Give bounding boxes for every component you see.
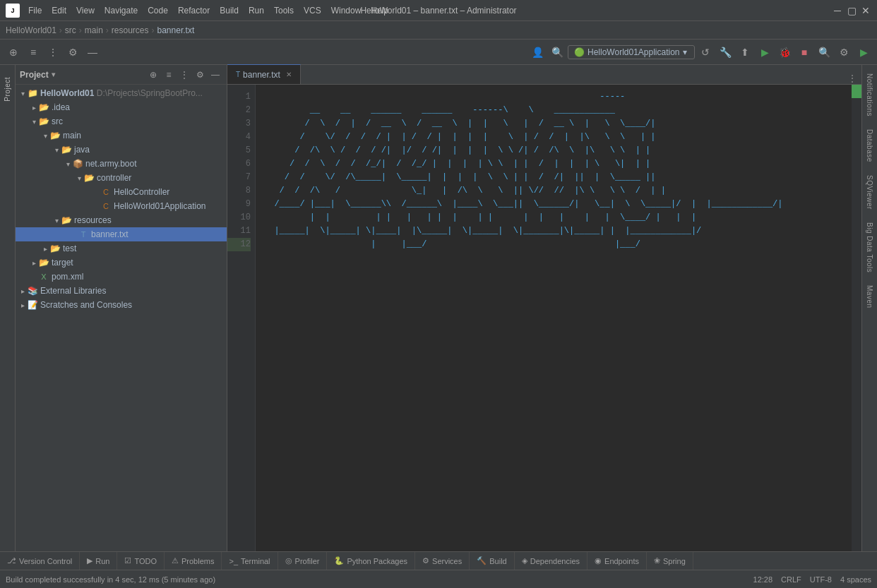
tree-item-pom[interactable]: X pom.xml: [16, 270, 227, 284]
ext-lib-icon: 📚: [27, 285, 38, 296]
tree-item-src[interactable]: ▾ 📂 src: [16, 114, 227, 128]
scratches-icon: 📝: [27, 299, 38, 311]
toolbar-search-everywhere-btn[interactable]: 🔍: [548, 43, 566, 61]
toolbar-sync-btn[interactable]: ⊕: [4, 43, 23, 61]
toolbar-run-btn[interactable]: ▶: [756, 43, 774, 61]
folder-icon: 📂: [38, 116, 49, 127]
crumb-file[interactable]: banner.txt: [157, 25, 195, 35]
menu-code[interactable]: Code: [143, 4, 172, 17]
status-message: Build completed successfully in 4 sec, 1…: [6, 575, 215, 584]
xml-file-icon: X: [38, 271, 49, 282]
tab-banner[interactable]: T banner.txt ✕: [227, 64, 301, 84]
tree-arrow: ▸: [18, 301, 27, 309]
tree-item-test[interactable]: ▸ 📂 test: [16, 241, 227, 256]
toolbar-list-btn[interactable]: ≡: [24, 43, 42, 61]
crumb-resources[interactable]: resources: [112, 25, 149, 35]
menu-tools[interactable]: Tools: [270, 4, 298, 17]
toolbar-close-btn[interactable]: —: [83, 43, 102, 61]
sidebar-notifications[interactable]: Notifications: [866, 68, 873, 122]
code-editor[interactable]: ----- __ __ ______ ______ ------\ \ ____…: [256, 85, 852, 551]
run-icon: ▶: [87, 556, 93, 565]
panel-tools: ⊕ ≡ ⋮ ⚙ —: [146, 68, 222, 82]
panel-settings-btn[interactable]: ⚙: [193, 68, 207, 82]
bottom-tab-build[interactable]: 🔨 Build: [470, 552, 514, 570]
tree-item-banner[interactable]: T banner.txt: [16, 227, 227, 241]
bottom-tab-problems[interactable]: ⚠ Problems: [165, 552, 222, 570]
bottom-tab-profiler[interactable]: ◎ Profiler: [278, 552, 328, 570]
toolbar-reload-btn[interactable]: ↺: [696, 43, 715, 61]
sidebar-database[interactable]: Database: [866, 124, 873, 168]
bottom-tab-vcs[interactable]: ⎇ Version Control: [0, 552, 80, 570]
toolbar-right: 👤 🔍 🟢 HelloWorld01Application ▾ ↺ 🔧 ⬆ ▶ …: [528, 43, 873, 61]
bottom-tab-terminal-label: Terminal: [241, 557, 270, 565]
tree-item-target[interactable]: ▸ 📂 target: [16, 256, 227, 270]
menu-navigate[interactable]: Navigate: [100, 4, 142, 17]
toolbar-settings-btn[interactable]: ⚙: [64, 43, 82, 61]
menu-window[interactable]: Window: [327, 4, 366, 17]
window-title: HelloWorld01 – banner.txt – Administrato…: [360, 6, 516, 16]
problems-icon: ⚠: [172, 556, 179, 565]
tree-item-main[interactable]: ▾ 📂 main: [16, 128, 227, 143]
menu-view[interactable]: View: [72, 4, 99, 17]
bottom-tab-endpoints[interactable]: ◉ Endpoints: [587, 552, 647, 570]
toolbar-more-btn[interactable]: ⋮: [44, 43, 62, 61]
panel-locate-btn[interactable]: ⊕: [146, 68, 160, 82]
bottom-tab-services[interactable]: ⚙ Services: [415, 552, 470, 570]
status-encoding[interactable]: UTF-8: [810, 575, 832, 584]
tree-item-idea[interactable]: ▸ 📂 .idea: [16, 100, 227, 114]
status-indent[interactable]: 4 spaces: [840, 575, 871, 584]
project-panel-toggle[interactable]: Project: [1, 68, 14, 110]
sidebar-maven[interactable]: Maven: [866, 280, 873, 314]
bottom-tab-spring[interactable]: ❀ Spring: [647, 552, 693, 570]
toolbar-debug-btn[interactable]: 🐞: [775, 43, 794, 61]
menu-build[interactable]: Build: [215, 4, 243, 17]
tree-item-helloworld01[interactable]: ▾ 📁 HelloWorld01 D:\Projects\SpringBootP…: [16, 86, 227, 100]
panel-sort-btn[interactable]: ⋮: [177, 68, 191, 82]
editor-gutter-right: [852, 85, 861, 551]
toolbar-user-btn[interactable]: 👤: [528, 43, 547, 61]
toolbar-plugins-btn[interactable]: ▶: [854, 43, 873, 61]
menu-run[interactable]: Run: [244, 4, 268, 17]
bottom-tab-dependencies[interactable]: ◈ Dependencies: [515, 552, 587, 570]
bottom-tab-terminal[interactable]: >_ Terminal: [222, 552, 278, 570]
toolbar-find-btn[interactable]: 🔍: [815, 43, 833, 61]
menu-vcs[interactable]: VCS: [299, 4, 326, 17]
crumb-project[interactable]: HelloWorld01: [6, 25, 56, 35]
tree-item-controller[interactable]: ▾ 📂 controller: [16, 171, 227, 185]
maximize-button[interactable]: ▢: [846, 5, 857, 16]
left-strip: Project: [0, 65, 16, 551]
tree-item-package[interactable]: ▾ 📦 net.army.boot: [16, 157, 227, 171]
tree-item-scratches[interactable]: ▸ 📝 Scratches and Consoles: [16, 298, 227, 312]
minimize-button[interactable]: ─: [832, 5, 843, 16]
crumb-src[interactable]: src: [65, 25, 76, 35]
tabs-more-btn[interactable]: ⋮: [843, 73, 861, 84]
toolbar-stop-btn[interactable]: ■: [795, 43, 813, 61]
crumb-main[interactable]: main: [85, 25, 103, 35]
menu-file[interactable]: File: [24, 4, 46, 17]
tree-arrow: ▸: [30, 104, 38, 112]
tree-item-java[interactable]: ▾ 📂 java: [16, 143, 227, 157]
menu-refactor[interactable]: Refactor: [174, 4, 214, 17]
tab-label: banner.txt: [243, 70, 280, 80]
bottom-tab-todo[interactable]: ☑ TODO: [117, 552, 165, 570]
menu-edit[interactable]: Edit: [47, 4, 71, 17]
tree-item-resources[interactable]: ▾ 📂 resources: [16, 213, 227, 227]
panel-collapse-btn[interactable]: ≡: [162, 68, 176, 82]
toolbar-settings2-btn[interactable]: ⚙: [835, 43, 853, 61]
sidebar-sqviewer[interactable]: SQViewer: [866, 169, 873, 215]
bottom-tab-python[interactable]: 🐍 Python Packages: [327, 552, 415, 570]
bottom-tab-run[interactable]: ▶ Run: [80, 552, 117, 570]
toolbar-debug-build-btn[interactable]: 🔧: [716, 43, 734, 61]
tree-item-ext-libs[interactable]: ▸ 📚 External Libraries: [16, 284, 227, 298]
status-line-ending[interactable]: CRLF: [781, 575, 801, 584]
tree-item-helloapp[interactable]: C HelloWorld01Application: [16, 199, 227, 213]
sidebar-bigdata[interactable]: Big Data Tools: [866, 217, 873, 278]
close-button[interactable]: ✕: [860, 5, 871, 16]
tree-item-hellocontroller[interactable]: C HelloController: [16, 185, 227, 199]
line-num: 12: [227, 238, 251, 251]
tab-close-btn[interactable]: ✕: [286, 71, 292, 78]
toolbar-deploy-btn[interactable]: ⬆: [736, 43, 754, 61]
run-config-selector[interactable]: 🟢 HelloWorld01Application ▾: [568, 45, 695, 59]
terminal-icon: >_: [229, 557, 238, 565]
panel-close-btn[interactable]: —: [208, 68, 222, 82]
